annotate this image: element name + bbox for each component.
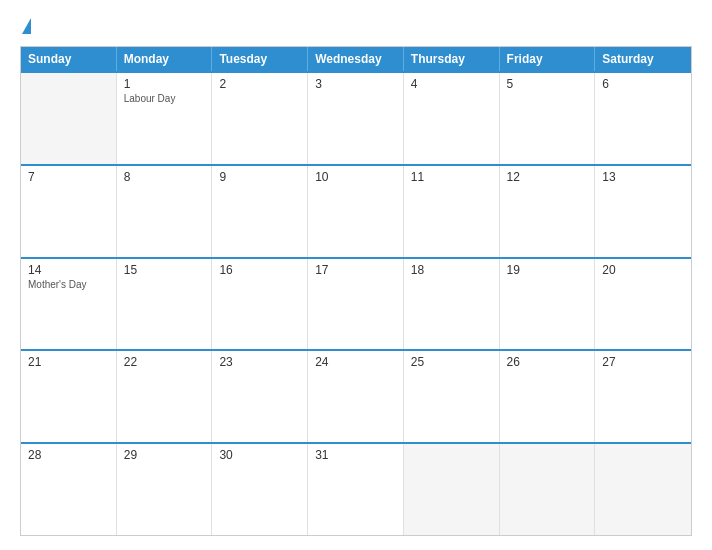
calendar: SundayMondayTuesdayWednesdayThursdayFrid… — [20, 46, 692, 536]
week-row-4: 21222324252627 — [21, 349, 691, 442]
day-number: 19 — [507, 263, 588, 277]
cal-cell — [21, 73, 117, 164]
day-number: 9 — [219, 170, 300, 184]
day-number: 3 — [315, 77, 396, 91]
week-row-3: 14Mother's Day151617181920 — [21, 257, 691, 350]
day-number: 14 — [28, 263, 109, 277]
cal-cell: 25 — [404, 351, 500, 442]
calendar-header-row: SundayMondayTuesdayWednesdayThursdayFrid… — [21, 47, 691, 71]
calendar-body: 1Labour Day234567891011121314Mother's Da… — [21, 71, 691, 535]
day-number: 22 — [124, 355, 205, 369]
cal-cell: 7 — [21, 166, 117, 257]
logo-triangle-icon — [22, 18, 31, 34]
day-number: 10 — [315, 170, 396, 184]
cal-cell: 2 — [212, 73, 308, 164]
week-row-1: 1Labour Day23456 — [21, 71, 691, 164]
day-number: 17 — [315, 263, 396, 277]
day-number: 23 — [219, 355, 300, 369]
header-day-friday: Friday — [500, 47, 596, 71]
cal-cell: 5 — [500, 73, 596, 164]
cal-cell: 17 — [308, 259, 404, 350]
cal-cell: 29 — [117, 444, 213, 535]
cal-cell: 28 — [21, 444, 117, 535]
cal-cell: 21 — [21, 351, 117, 442]
cal-cell: 10 — [308, 166, 404, 257]
event-label: Mother's Day — [28, 279, 109, 290]
cal-cell: 3 — [308, 73, 404, 164]
day-number: 13 — [602, 170, 684, 184]
header-day-saturday: Saturday — [595, 47, 691, 71]
day-number: 7 — [28, 170, 109, 184]
day-number: 30 — [219, 448, 300, 462]
day-number: 28 — [28, 448, 109, 462]
header-day-thursday: Thursday — [404, 47, 500, 71]
header-day-tuesday: Tuesday — [212, 47, 308, 71]
day-number: 4 — [411, 77, 492, 91]
cal-cell: 8 — [117, 166, 213, 257]
cal-cell: 4 — [404, 73, 500, 164]
cal-cell — [500, 444, 596, 535]
day-number: 2 — [219, 77, 300, 91]
cal-cell: 26 — [500, 351, 596, 442]
cal-cell — [595, 444, 691, 535]
cal-cell: 13 — [595, 166, 691, 257]
day-number: 21 — [28, 355, 109, 369]
cal-cell: 14Mother's Day — [21, 259, 117, 350]
day-number: 11 — [411, 170, 492, 184]
day-number: 15 — [124, 263, 205, 277]
cal-cell: 20 — [595, 259, 691, 350]
cal-cell: 12 — [500, 166, 596, 257]
cal-cell: 9 — [212, 166, 308, 257]
header-day-wednesday: Wednesday — [308, 47, 404, 71]
cal-cell: 24 — [308, 351, 404, 442]
day-number: 6 — [602, 77, 684, 91]
cal-cell: 19 — [500, 259, 596, 350]
cal-cell: 27 — [595, 351, 691, 442]
page: SundayMondayTuesdayWednesdayThursdayFrid… — [0, 0, 712, 550]
cal-cell: 30 — [212, 444, 308, 535]
day-number: 20 — [602, 263, 684, 277]
day-number: 16 — [219, 263, 300, 277]
cal-cell: 31 — [308, 444, 404, 535]
header — [20, 18, 692, 36]
day-number: 8 — [124, 170, 205, 184]
cal-cell: 11 — [404, 166, 500, 257]
logo — [20, 18, 31, 36]
cal-cell: 6 — [595, 73, 691, 164]
cal-cell: 23 — [212, 351, 308, 442]
event-label: Labour Day — [124, 93, 205, 104]
day-number: 1 — [124, 77, 205, 91]
cal-cell: 22 — [117, 351, 213, 442]
cal-cell: 1Labour Day — [117, 73, 213, 164]
day-number: 12 — [507, 170, 588, 184]
day-number: 27 — [602, 355, 684, 369]
day-number: 25 — [411, 355, 492, 369]
day-number: 5 — [507, 77, 588, 91]
cal-cell: 18 — [404, 259, 500, 350]
day-number: 31 — [315, 448, 396, 462]
day-number: 24 — [315, 355, 396, 369]
header-day-monday: Monday — [117, 47, 213, 71]
day-number: 26 — [507, 355, 588, 369]
week-row-2: 78910111213 — [21, 164, 691, 257]
header-day-sunday: Sunday — [21, 47, 117, 71]
day-number: 18 — [411, 263, 492, 277]
cal-cell — [404, 444, 500, 535]
week-row-5: 28293031 — [21, 442, 691, 535]
cal-cell: 15 — [117, 259, 213, 350]
day-number: 29 — [124, 448, 205, 462]
cal-cell: 16 — [212, 259, 308, 350]
